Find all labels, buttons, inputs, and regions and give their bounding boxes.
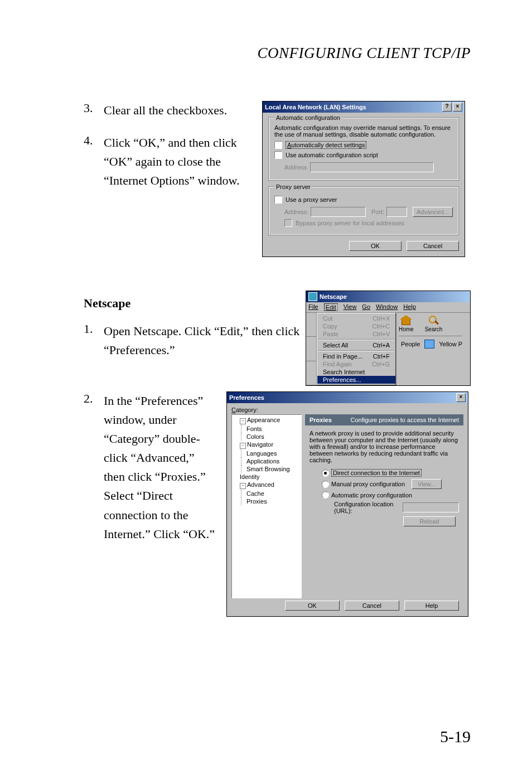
bypass-checkbox (284, 219, 292, 227)
step-text: Open Netscape. Click “Edit,” then click … (104, 322, 301, 360)
tree-fonts[interactable]: Fonts (233, 425, 300, 433)
step-number: 4. (84, 133, 104, 190)
proxy-server-group: Proxy server Use a proxy server Address:… (268, 186, 459, 235)
edit-dropdown: CutCtrl+X CopyCtrl+C PasteCtrl+V Select … (317, 313, 396, 385)
radio-direct[interactable] (322, 470, 329, 477)
page-number: 5-19 (440, 727, 471, 746)
toolbar-yellow-label[interactable]: Yellow P (439, 341, 462, 347)
toolbar-people-label[interactable]: People (401, 341, 420, 347)
home-icon (400, 315, 412, 325)
netscape-window: Netscape File Edit View Go Window Help C… (306, 291, 471, 386)
menu-item-copy: CopyCtrl+C (317, 322, 395, 330)
tree-identity[interactable]: Identity (233, 473, 300, 481)
advanced-button: Advanced... (413, 207, 453, 217)
tree-smart-browsing[interactable]: Smart Browsing (233, 465, 300, 473)
cancel-button[interactable]: Cancel (407, 241, 459, 251)
tree-cache[interactable]: Cache (233, 490, 300, 497)
step-number: 1. (84, 322, 104, 360)
netscape-left-strip (306, 313, 317, 385)
menu-item-cut: CutCtrl+X (317, 315, 395, 322)
use-proxy-checkbox[interactable] (274, 196, 282, 204)
address-label: Address (284, 164, 307, 171)
menu-file[interactable]: File (308, 303, 318, 311)
auto-detect-checkbox[interactable] (274, 141, 282, 149)
auto-detect-label: Automatically detect settings (286, 141, 366, 149)
menu-window[interactable]: Window (376, 303, 398, 311)
ok-button[interactable]: OK (349, 241, 402, 251)
menu-item-select-all[interactable]: Select AllCtrl+A (317, 341, 395, 349)
pref-panel-header: Proxies Configure proxies to access the … (305, 414, 463, 425)
menu-view[interactable]: View (344, 303, 357, 311)
menu-item-find-again: Find AgainCtrl+G (317, 360, 395, 368)
dialog-title: Local Area Network (LAN) Settings (265, 104, 441, 110)
preferences-title: Preferences (229, 394, 264, 401)
close-button[interactable]: × (453, 103, 462, 112)
netscape-toolbar: Home Search People Yellow P (396, 313, 465, 385)
preferences-titlebar: Preferences × (227, 392, 468, 403)
netscape-logo-icon (308, 292, 317, 301)
proxies-description: A network proxy is used to provide addit… (309, 430, 459, 463)
groupbox-title: Automatic configuration (274, 114, 342, 121)
category-label: Category: (231, 407, 463, 413)
tree-proxies[interactable]: Proxies (233, 497, 300, 505)
search-icon (428, 315, 440, 325)
step-number: 2. (84, 391, 104, 544)
view-button: View... (412, 479, 442, 489)
step-text: Click “OK,” and then click “OK” again to… (104, 133, 251, 190)
panel-subtitle: Configure proxies to access the Internet (351, 417, 459, 423)
step-text: In the “Preferences” window, under “Cate… (104, 391, 217, 544)
menu-edit[interactable]: Edit (324, 303, 338, 311)
tree-advanced[interactable]: -Advanced (233, 481, 300, 490)
use-proxy-label: Use a proxy server (286, 196, 337, 203)
netscape-menubar: File Edit View Go Window Help (306, 302, 470, 313)
radio-manual-label: Manual proxy configuration (331, 481, 405, 487)
config-url-input (403, 502, 459, 512)
proxy-port-label: Port: (371, 209, 384, 215)
preferences-dialog: Preferences × Category: -Appearance Font… (226, 391, 468, 617)
config-url-label: Configuration location (URL): (334, 501, 399, 514)
reload-button: Reload (403, 516, 456, 526)
menu-go[interactable]: Go (362, 303, 370, 311)
radio-direct-label: Direct connection to the Internet (331, 469, 422, 477)
netscape-heading: Netscape (84, 296, 301, 311)
help-button[interactable]: Help (404, 601, 459, 611)
tree-navigator[interactable]: -Navigator (233, 441, 300, 449)
tree-applications[interactable]: Applications (233, 457, 300, 465)
netscape-title-text: Netscape (320, 293, 347, 300)
proxy-address-input (311, 207, 366, 217)
page-header: CONFIGURING CLIENT TCP/IP (84, 45, 471, 62)
radio-auto[interactable] (322, 491, 329, 499)
proxy-address-label: Address: (284, 209, 308, 215)
script-address-input (310, 162, 434, 172)
lan-settings-dialog: Local Area Network (LAN) Settings ? × Au… (262, 101, 465, 257)
use-script-checkbox[interactable] (274, 151, 282, 159)
step-text: Clear all the checkboxes. (104, 101, 251, 120)
menu-item-search-internet[interactable]: Search Internet (317, 368, 395, 376)
auto-config-group: Automatic configuration Automatic config… (268, 117, 459, 181)
menu-item-paste: PasteCtrl+V (317, 330, 395, 338)
tree-appearance[interactable]: -Appearance (233, 416, 300, 425)
radio-manual[interactable] (322, 481, 329, 488)
groupbox-title: Proxy server (274, 183, 312, 190)
tree-colors[interactable]: Colors (233, 433, 300, 441)
category-tree[interactable]: -Appearance Fonts Colors -Navigator Lang… (231, 414, 302, 598)
menu-item-find[interactable]: Find in Page...Ctrl+F (317, 352, 395, 360)
bypass-label: Bypass proxy server for local addresses (296, 220, 404, 226)
people-icon (424, 340, 434, 349)
step-number: 3. (84, 101, 104, 120)
close-button[interactable]: × (456, 393, 466, 402)
auto-config-description: Automatic configuration may override man… (274, 124, 453, 138)
cancel-button[interactable]: Cancel (345, 601, 399, 611)
use-script-label: Use automatic configuration script (286, 152, 378, 158)
help-button[interactable]: ? (442, 103, 452, 112)
ok-button[interactable]: OK (285, 601, 340, 611)
netscape-titlebar: Netscape (306, 291, 470, 302)
menu-help[interactable]: Help (403, 303, 416, 311)
menu-item-preferences[interactable]: Preferences... (317, 376, 395, 384)
tree-languages[interactable]: Languages (233, 449, 300, 457)
dialog-titlebar: Local Area Network (LAN) Settings ? × (263, 101, 465, 113)
toolbar-search[interactable]: Search (425, 315, 443, 332)
panel-title: Proxies (309, 417, 332, 423)
toolbar-home[interactable]: Home (399, 315, 414, 332)
radio-auto-label: Automatic proxy configuration (331, 492, 412, 499)
